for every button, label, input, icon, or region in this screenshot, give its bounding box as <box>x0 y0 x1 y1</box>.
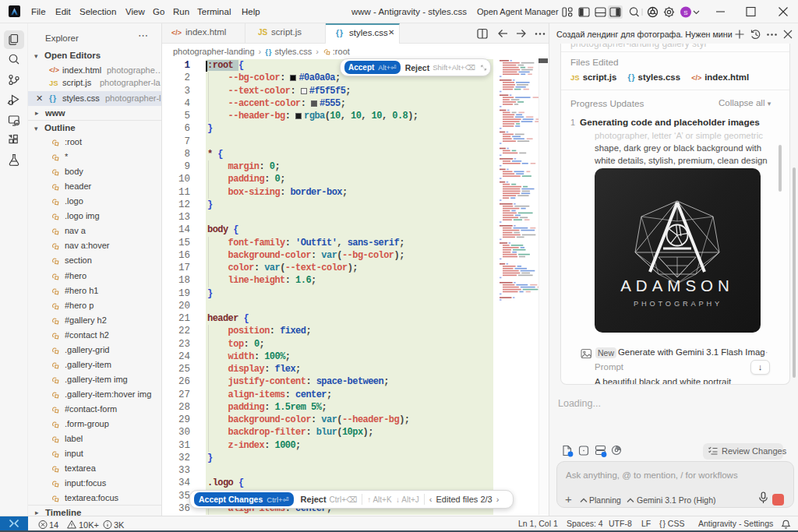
svg-text:10K+: 10K+ <box>79 520 99 529</box>
svg-text:PHOTOGRAPHY: PHOTOGRAPHY <box>634 300 722 308</box>
svg-text:S: S <box>683 9 687 16</box>
svg-text:14: 14 <box>49 520 58 529</box>
svg-text:3K: 3K <box>114 520 125 529</box>
svg-text:ADAMSON: ADAMSON <box>620 277 734 294</box>
